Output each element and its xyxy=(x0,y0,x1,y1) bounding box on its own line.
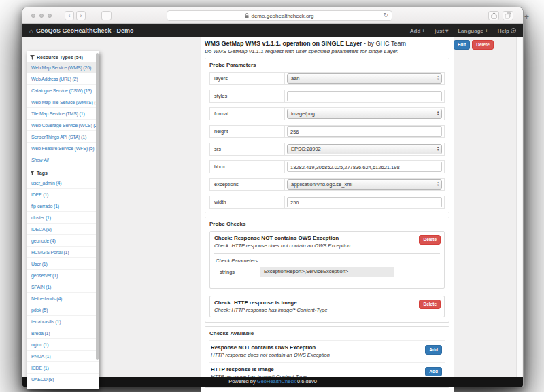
sidebar-item-resource-type[interactable]: Web Map Tile Service (WMTS) (4) xyxy=(27,96,99,108)
sidebar-item-tag[interactable]: Breda (1) xyxy=(27,327,99,339)
check-description: Check: HTTP response has image/* Content… xyxy=(214,307,440,313)
parameter-label: styles xyxy=(210,90,285,102)
back-button[interactable]: ‹ xyxy=(65,11,74,20)
sidebar-item-resource-type[interactable]: Catalogue Service (CSW) (13) xyxy=(27,85,99,96)
sidebar-scrollbar-thumb[interactable] xyxy=(96,53,99,360)
sidebar-item-tag[interactable]: Netherlands (4) xyxy=(27,293,99,304)
share-icon[interactable] xyxy=(488,11,499,20)
zoom-window-icon[interactable] xyxy=(48,14,52,18)
delete-probe-button[interactable]: Delete xyxy=(472,40,494,50)
sidebar-item-resource-type[interactable]: Web Map Service (WMS) (26) xyxy=(27,62,99,73)
minimize-window-icon[interactable] xyxy=(39,14,44,18)
reload-icon[interactable]: ↻ xyxy=(383,12,388,18)
sidebar-toggle-icon[interactable] xyxy=(101,11,112,20)
sidebar-item-tag[interactable]: fip-cerrado (1) xyxy=(27,200,99,212)
resource-types-header: Resource Types (54) xyxy=(27,52,99,62)
sidebar-item-tag[interactable]: user_admin (4) xyxy=(27,177,99,189)
probe-check: Delete Check: Response NOT contains OWS … xyxy=(209,231,445,289)
home-icon: ⌂ xyxy=(29,27,33,35)
probe-detail-card: WMS GetMap WMS v1.1.1. operation on SING… xyxy=(201,37,454,392)
navbar-menu-item[interactable]: Help ? xyxy=(498,28,516,34)
close-window-icon[interactable] xyxy=(31,14,35,18)
available-check-description: HTTP response does not contain an OWS Ex… xyxy=(211,352,443,358)
help-icon: ? xyxy=(511,28,516,33)
browser-window: ‹ › demo.geohealthcheck.org ↻ xyxy=(22,7,524,387)
sidebar-item-resource-type[interactable]: Web Feature Service (WFS) (5) xyxy=(27,143,99,154)
parameter-text-input[interactable]: 256 xyxy=(287,126,442,137)
check-parameters-header: Check Parameters xyxy=(216,257,439,264)
probe-checks-header: Probe Checks xyxy=(209,221,445,227)
probe-parameter-row: srs EPSG:28992 ▲▼ xyxy=(209,143,445,156)
check-title: Check: Response NOT contains OWS Excepti… xyxy=(214,235,440,241)
check-parameters: Check Parameters strings ExceptionReport… xyxy=(214,253,440,285)
sidebar-item-tag[interactable]: ICDE (1) xyxy=(27,362,99,374)
app-navbar: ⌂ GeoQoS GeoHealthCheck - Demo Add + jus… xyxy=(22,24,523,37)
traffic-lights xyxy=(31,14,52,18)
sidebar-item-tag[interactable]: geonode (4) xyxy=(27,235,99,247)
check-parameter-label: strings xyxy=(220,269,251,275)
parameter-text-input[interactable]: 256 xyxy=(287,197,442,207)
sidebar-item-tag[interactable]: User (1) xyxy=(27,258,99,270)
sidebar-item-tag[interactable]: nginx (1) xyxy=(27,339,99,351)
probe-parameter-row: layers aan ▲▼ xyxy=(209,72,445,85)
parameter-select[interactable]: application/vnd.ogc.se_xml ▲▼ xyxy=(287,179,442,190)
parameter-label: srs xyxy=(210,143,285,155)
sidebar-item-tag[interactable]: IDEE (1) xyxy=(27,189,99,200)
forward-button[interactable]: › xyxy=(76,11,86,20)
sidebar-item-tag[interactable]: UAECD (8) xyxy=(27,374,99,385)
sidebar-item-tag[interactable]: PNOA (1) xyxy=(27,351,99,362)
sidebar-item-resource-type[interactable]: SensorThings API (STA) (1) xyxy=(27,131,99,143)
sidebar-item-tag[interactable]: SPAIN (1) xyxy=(27,281,99,293)
sidebar-item-tag[interactable]: IDECA (9) xyxy=(27,224,99,235)
parameter-text-input[interactable] xyxy=(287,91,442,101)
sidebar-show-all-link[interactable]: Show All xyxy=(27,154,99,165)
lock-icon xyxy=(245,13,249,18)
browser-scrollbar[interactable] xyxy=(516,37,522,377)
select-stepper-icon: ▲▼ xyxy=(437,76,439,81)
parameter-select[interactable]: EPSG:28992 ▲▼ xyxy=(287,144,442,154)
delete-check-button[interactable]: Delete xyxy=(419,300,441,309)
check-title: Check: HTTP response is image xyxy=(214,300,440,306)
check-parameter-value[interactable]: ExceptionReport>,ServiceException> xyxy=(260,267,394,277)
sidebar-item-resource-type[interactable]: Web Address (URL) (2) xyxy=(27,73,99,85)
probe-check: Delete Check: HTTP response is image Che… xyxy=(209,296,445,317)
select-stepper-icon: ▲▼ xyxy=(437,111,439,116)
sidebar-item-tag[interactable]: cluster (1) xyxy=(27,212,99,224)
parameter-select[interactable]: aan ▲▼ xyxy=(287,73,442,84)
available-check-title: Response NOT contains OWS Exception xyxy=(211,344,443,351)
sidebar-item-tag[interactable]: geoserver (1) xyxy=(27,270,99,281)
sidebar-item-resource-type[interactable]: Web Coverage Service (WCS) (2) xyxy=(27,120,99,131)
select-stepper-icon: ▲▼ xyxy=(437,182,439,187)
parameter-label: bbox xyxy=(210,161,285,173)
probe-parameter-row: height 256 xyxy=(209,125,445,138)
navbar-menu-item[interactable]: just ▾ xyxy=(435,28,448,34)
parameter-label: height xyxy=(210,126,285,137)
parameter-text-input[interactable]: 13282.419,306852.025,277836.624,612621.1… xyxy=(287,162,442,172)
navbar-menu-item[interactable]: Language + xyxy=(458,28,488,34)
add-check-button[interactable]: Add xyxy=(425,345,442,355)
desktop: + ‹ › demo.geohealthcheck.org ↻ xyxy=(0,0,544,392)
plus-icon: + xyxy=(422,28,425,34)
parameter-select[interactable]: image/png ▲▼ xyxy=(287,109,442,119)
address-bar[interactable]: demo.geohealthcheck.org ↻ xyxy=(167,10,392,21)
sidebar-item-resource-type[interactable]: Tile Map Service (TMS) (1) xyxy=(27,108,99,120)
edit-probe-button[interactable]: Edit xyxy=(454,40,470,50)
sidebar-item-tag[interactable]: HCMGIS Portal (1) xyxy=(27,247,99,258)
tabs-overview-icon[interactable] xyxy=(503,11,513,20)
checks-available-header: Checks Available xyxy=(209,330,445,336)
probe-parameter-row: width 256 xyxy=(209,196,445,209)
url-text: demo.geohealthcheck.org xyxy=(251,13,313,19)
parameter-label: exceptions xyxy=(210,179,285,190)
delete-check-button[interactable]: Delete xyxy=(419,235,441,245)
page-content: Resource Types (54) Web Map Service (WMS… xyxy=(22,37,523,377)
navbar-menu-item[interactable]: Add + xyxy=(410,28,425,34)
sidebar-item-tag[interactable]: terrabrasilis (1) xyxy=(27,316,99,327)
filter-funnel-icon xyxy=(30,55,35,60)
navbar-brand[interactable]: ⌂ GeoQoS GeoHealthCheck - Demo xyxy=(29,27,134,35)
parameter-label: format xyxy=(210,108,285,120)
parameter-label: width xyxy=(210,196,285,208)
sidebar-item-tag[interactable]: pdok (5) xyxy=(27,304,99,316)
select-stepper-icon: ▲▼ xyxy=(437,147,439,152)
geohealthcheck-link[interactable]: GeoHealthCheck xyxy=(257,378,296,385)
add-check-button[interactable]: Add xyxy=(425,367,442,376)
